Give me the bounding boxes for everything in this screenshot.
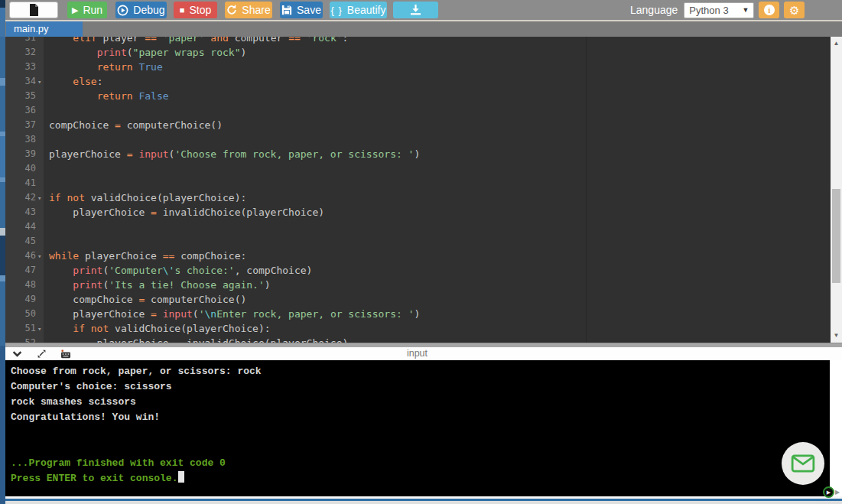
gear-icon: ⚙ [789,5,799,16]
console-line: Press ENTER to exit console. [11,471,830,486]
save-icon [281,5,292,15]
console-text: Choose from rock, paper, or scissors: ro… [11,366,262,377]
share-label: Share [242,4,270,16]
code-line[interactable]: 46▾while playerChoice == compChoice: [0,249,831,263]
console-line [11,425,830,441]
fold-toggle-icon[interactable]: ▾ [37,191,41,206]
sliver-segment [0,236,5,275]
stop-button[interactable]: ■ Stop [174,2,217,18]
code-line[interactable]: 35 return False [0,89,831,103]
code-text: compChoice = computerChoice() [49,118,223,132]
small-caret-icon: ▶ [835,489,840,496]
code-line[interactable]: 42▾if not validChoice(playerChoice): [0,190,831,205]
chevron-down-icon: ▼ [742,6,749,14]
console-corner-badge[interactable]: ▶ ▶ [823,486,840,498]
code-text: print("paper wraps rock") [49,45,246,60]
line-number: 47 [5,263,36,278]
code-text: compChoice = computerChoice() [49,292,246,307]
run-button[interactable]: ▶ Run [67,2,107,18]
line-number: 46 [5,249,36,263]
code-line[interactable]: 41 [0,176,831,190]
run-label: Run [83,4,102,16]
sliver-segment [0,37,5,78]
code-line[interactable]: 34▾ else: [0,74,831,89]
language-label: Language [630,4,678,16]
line-number: 44 [5,219,36,234]
tab-main-py[interactable]: main.py [6,21,83,37]
scroll-down-icon[interactable]: ▼ [831,330,842,341]
code-line[interactable]: 37compChoice = computerChoice() [0,118,831,132]
download-button[interactable] [393,2,438,18]
beautify-label: Beautify [347,4,386,16]
fold-toggle-icon[interactable]: ▾ [37,75,41,89]
console-line: rock smashes scissors [11,395,830,410]
info-icon: i [764,5,775,15]
code-line[interactable]: 49 compChoice = computerChoice() [0,292,831,307]
fold-toggle-icon[interactable]: ▾ [37,322,41,337]
line-number: 50 [5,307,36,321]
ide-window: ▶ Run Debug ■ Stop Share Save { } [0,0,842,504]
code-text: playerChoice = invalidChoice(playerChoic… [49,336,348,343]
code-line[interactable]: 48 print('Its a tie! Choose again.') [0,278,831,292]
line-number: 40 [5,161,36,176]
tab-label: main.py [14,23,49,34]
code-line[interactable]: 40 [0,161,831,176]
line-number: 39 [5,147,36,161]
fold-toggle-icon[interactable]: ▾ [37,249,41,264]
code-text: return False [49,89,169,103]
line-number: 52 [5,336,36,343]
console-line: Choose from rock, paper, or scissors: ro… [11,364,830,379]
sliver-segment [0,182,5,228]
code-text: playerChoice = input('Choose from rock, … [49,147,420,161]
line-number: 35 [5,89,36,103]
code-text: playerChoice = input('\nEnter rock, pape… [49,307,420,321]
line-number: 37 [5,118,36,132]
language-value: Python 3 [689,5,728,16]
code-line[interactable]: 33 return True [0,60,831,74]
line-number: 42 [5,190,36,205]
console-line: Computer's choice: scissors [11,379,830,395]
code-line[interactable]: 32 print("paper wraps rock") [0,45,831,60]
code-line[interactable]: 45 [0,234,831,249]
envelope-icon [791,454,815,473]
save-button[interactable]: Save [280,2,323,18]
line-number: 38 [5,132,36,147]
share-button[interactable]: Share [225,2,272,18]
console-text: ...Program finished with exit code 0 [11,457,226,469]
code-text: else: [49,74,102,89]
editor-scrollbar[interactable]: ▲ ▼ [831,37,842,343]
line-number: 34 [5,74,36,89]
beautify-button[interactable]: { } Beautify [330,2,387,18]
code-line[interactable]: 50 playerChoice = input('\nEnter rock, p… [0,307,831,321]
chat-widget-button[interactable] [782,442,824,485]
debug-button[interactable]: Debug [115,2,167,18]
line-number: 48 [5,278,36,292]
info-button[interactable]: i [759,2,779,18]
console-output[interactable]: Choose from rock, paper, or scissors: ro… [5,360,830,496]
code-editor[interactable]: 31 elif player == 'paper' and computer =… [0,37,831,343]
console-line: ...Program finished with exit code 0 [11,456,830,471]
sliver-segment [0,275,5,281]
code-text: return True [49,60,163,74]
scroll-up-icon[interactable]: ▲ [831,38,842,49]
code-line[interactable]: 52 playerChoice = invalidChoice(playerCh… [0,336,831,343]
new-file-button[interactable] [9,2,58,18]
code-text: if not validChoice(playerChoice): [49,190,246,205]
code-line[interactable]: 39playerChoice = input('Choose from rock… [0,147,831,161]
play-icon: ▶ [72,5,78,15]
download-icon [410,5,421,15]
code-line[interactable]: 47 print('Computer\'s choice:', compChoi… [0,263,831,278]
code-line[interactable]: 38 [0,132,831,147]
scrollbar-thumb[interactable] [832,189,840,283]
language-select[interactable]: Python 3 ▼ [684,2,754,18]
code-line[interactable]: 44 [0,219,831,234]
language-group: Language Python 3 ▼ i ⚙ [630,0,805,20]
code-line[interactable]: 51▾ if not validChoice(playerChoice): [0,321,831,336]
settings-button[interactable]: ⚙ [784,2,805,18]
code-line[interactable]: 43 playerChoice = invalidChoice(playerCh… [0,205,831,219]
sliver-segment [0,281,5,346]
save-label: Save [297,4,321,16]
code-line[interactable]: 31 elif player == 'paper' and computer =… [0,37,831,45]
console-text: Computer's choice: scissors [11,381,172,392]
code-line[interactable]: 36 [0,103,831,118]
